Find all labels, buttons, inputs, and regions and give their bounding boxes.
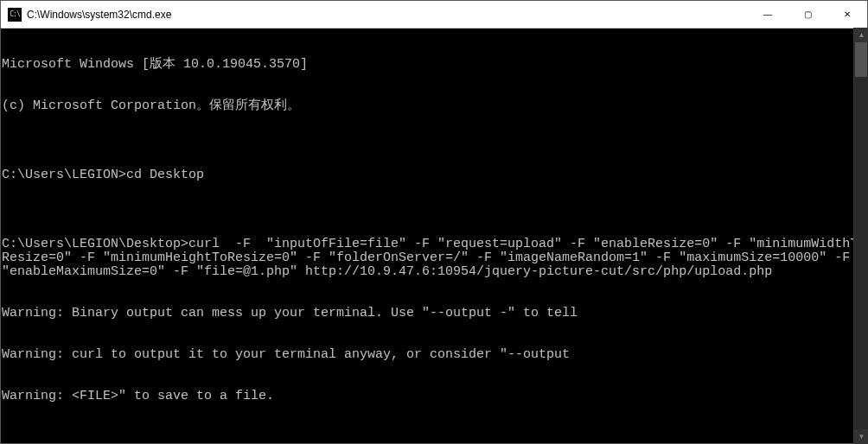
scroll-down-arrow-icon[interactable]: ▼ (854, 429, 868, 444)
terminal-area[interactable]: Microsoft Windows [版本 10.0.19045.3570] (… (1, 29, 867, 443)
window-controls: — ▢ ✕ (748, 1, 867, 28)
terminal-line: Microsoft Windows [版本 10.0.19045.3570] (2, 58, 866, 72)
maximize-button[interactable]: ▢ (788, 1, 827, 28)
terminal-line: C:\Users\LEGION\Desktop>curl -F "inputOf… (2, 238, 866, 279)
minimize-button[interactable]: — (748, 1, 788, 28)
terminal-line: (c) Microsoft Corporation。保留所有权利。 (2, 99, 866, 113)
vertical-scrollbar[interactable]: ▲ ▼ (853, 28, 868, 444)
scroll-thumb[interactable] (855, 42, 867, 77)
terminal-line: Warning: Binary output can mess up your … (2, 307, 866, 320)
cmd-icon-text: C:\ (10, 11, 19, 18)
terminal-line: Warning: curl to output it to your termi… (2, 348, 866, 362)
cmd-icon: C:\ (8, 8, 22, 22)
terminal-line: Warning: <FILE>" to save to a file. (2, 390, 866, 403)
close-button[interactable]: ✕ (827, 1, 867, 28)
terminal-line: C:\Users\LEGION>cd Desktop (2, 168, 866, 182)
titlebar[interactable]: C:\ C:\Windows\system32\cmd.exe — ▢ ✕ (1, 1, 867, 29)
window-title: C:\Windows\system32\cmd.exe (27, 9, 748, 21)
cmd-window: C:\ C:\Windows\system32\cmd.exe — ▢ ✕ Mi… (0, 0, 868, 444)
scroll-up-arrow-icon[interactable]: ▲ (854, 28, 868, 42)
